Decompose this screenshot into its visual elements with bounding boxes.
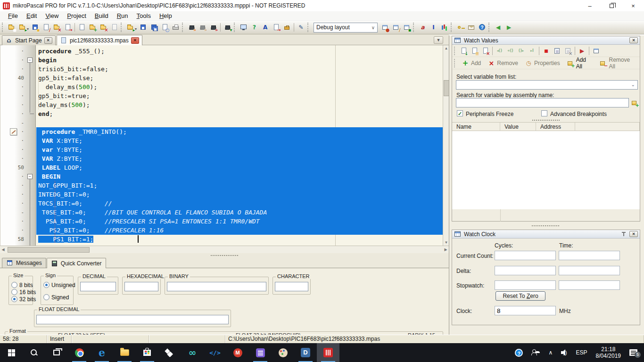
step-out-button[interactable]: ()▸ bbox=[516, 45, 527, 56]
font-button[interactable]: A bbox=[260, 22, 271, 33]
step-over-button[interactable]: «() bbox=[505, 45, 516, 56]
code-line[interactable]: VAR Z:BYTE; bbox=[36, 154, 443, 163]
build-button[interactable]: » bbox=[186, 22, 197, 33]
taskbar-mario[interactable]: M bbox=[226, 343, 249, 362]
build-program-button[interactable]: » bbox=[208, 22, 219, 33]
code-line[interactable]: gp5_bit:=false; bbox=[36, 74, 443, 82]
delta-cycles-input[interactable] bbox=[495, 266, 556, 275]
view-edit-button[interactable]: ∕ bbox=[390, 22, 401, 33]
column-header-value[interactable]: Value bbox=[500, 123, 536, 131]
insert-text-button[interactable]: I bbox=[428, 22, 439, 33]
scroll-left-arrow[interactable]: ◀ bbox=[0, 247, 6, 253]
code-line[interactable]: trisio5_bit:=false; bbox=[36, 65, 443, 74]
field-binary-input[interactable] bbox=[167, 282, 266, 291]
code-line[interactable]: INTEDG_BIT:=0; bbox=[36, 190, 443, 199]
peripherals-freeze-checkbox[interactable]: ✓ bbox=[457, 110, 463, 116]
wv-save-button[interactable]: ≡ bbox=[469, 45, 480, 56]
toolbar-grip[interactable] bbox=[454, 59, 456, 67]
watch-table-body[interactable] bbox=[452, 131, 640, 209]
code-line[interactable]: BEGIN bbox=[36, 172, 443, 181]
combobox-arrow-icon[interactable]: ⌄ bbox=[631, 82, 635, 87]
tab-pic12f683333333-mpas[interactable]: pic12f683333333.mpas✕ bbox=[57, 35, 142, 45]
code-line[interactable]: procedure _555_(); bbox=[36, 47, 443, 56]
notifications-icon[interactable]: 5 bbox=[629, 349, 637, 356]
taskbar-dropbox[interactable] bbox=[158, 343, 181, 362]
menu-tools[interactable]: Tools bbox=[132, 12, 155, 20]
tab-list-dropdown-button[interactable]: ▼ bbox=[434, 36, 443, 44]
watch-values-header[interactable]: Watch Values ✕ bbox=[452, 36, 640, 45]
remove-button[interactable]: ×Remove bbox=[484, 58, 521, 68]
menu-build[interactable]: Build bbox=[91, 12, 113, 20]
float-decimal-input[interactable] bbox=[36, 315, 229, 324]
stop-button[interactable]: ■ bbox=[541, 45, 552, 56]
help-button[interactable] bbox=[477, 22, 487, 33]
clock-date[interactable]: 21:18 8/04/2019 bbox=[596, 346, 621, 359]
taskbar-chrome[interactable] bbox=[68, 343, 91, 362]
export-code-button[interactable]: → bbox=[271, 22, 281, 33]
scroll-down-arrow[interactable]: ▼ bbox=[443, 239, 449, 246]
help-tray-icon[interactable]: ? bbox=[515, 349, 523, 357]
print-preview-button[interactable]: ○ bbox=[159, 22, 170, 33]
add-searched-variable-button[interactable]: + bbox=[631, 99, 638, 107]
code-line[interactable]: VAR X:BYTE; bbox=[36, 136, 443, 145]
watch-clock-close-button[interactable]: ✕ bbox=[629, 231, 638, 237]
step-into-button[interactable]: ◂() bbox=[494, 45, 505, 56]
tab-start-page[interactable]: ⌂Start Page✕ bbox=[2, 35, 56, 45]
restore-button[interactable] bbox=[601, 0, 622, 11]
tab-close-button[interactable]: ✕ bbox=[44, 37, 52, 44]
view-breakpoints-button[interactable]: ● bbox=[380, 22, 390, 33]
menu-project[interactable]: Project bbox=[63, 12, 90, 20]
code-line[interactable]: NOT_GPPU_BIT:=1; bbox=[36, 181, 443, 190]
export-project-button[interactable]: → bbox=[62, 22, 73, 33]
column-header-name[interactable]: Name bbox=[452, 123, 500, 131]
code-line[interactable]: delay_ms(500); bbox=[36, 100, 443, 109]
save-file-button[interactable] bbox=[138, 22, 149, 33]
assembly-name-search-input[interactable] bbox=[456, 98, 629, 107]
properties-button[interactable]: ◷Properties bbox=[521, 58, 563, 68]
delta-time-input[interactable] bbox=[559, 266, 620, 275]
current-count-cycles-input[interactable] bbox=[495, 251, 556, 260]
taskbar-task-view[interactable] bbox=[45, 343, 68, 362]
horizontal-scroll-thumb[interactable] bbox=[8, 247, 90, 253]
toolbar-grip[interactable] bbox=[2, 23, 4, 32]
step-button[interactable]: ? bbox=[249, 22, 260, 33]
stopwatch-cycles-input[interactable] bbox=[495, 280, 556, 290]
code-line[interactable]: procedure _TMR0_INTO(); bbox=[36, 127, 443, 136]
language-indicator[interactable]: ESP bbox=[576, 349, 587, 356]
memory-button[interactable] bbox=[591, 45, 602, 56]
watch-values-close-button[interactable]: ✕ bbox=[629, 37, 638, 43]
toolbar-grip[interactable] bbox=[454, 47, 456, 55]
taskbar-vscode[interactable]: </> bbox=[204, 343, 226, 362]
toolbar-grip[interactable] bbox=[234, 23, 236, 32]
add-button[interactable]: +Add bbox=[458, 58, 484, 68]
open-button[interactable]: ▸ bbox=[125, 22, 136, 33]
step-cursor-button[interactable]: ▸I bbox=[527, 45, 537, 56]
close-file-button[interactable]: × bbox=[98, 22, 109, 33]
code-area[interactable]: procedure _555_();begintrisio5_bit:=fals… bbox=[36, 45, 443, 246]
panels-splitter-grip[interactable] bbox=[532, 225, 559, 226]
menu-view[interactable]: View bbox=[41, 12, 63, 20]
taskbar-start[interactable] bbox=[0, 343, 23, 362]
scroll-up-arrow[interactable]: ▲ bbox=[443, 45, 449, 51]
contact-button[interactable] bbox=[466, 22, 477, 33]
print-button[interactable] bbox=[170, 22, 181, 33]
code-line[interactable]: T0CS_BIT:=0; // bbox=[36, 199, 443, 208]
view-watch-button[interactable]: ▪ bbox=[401, 22, 412, 33]
code-line[interactable]: PS1_BIT:=1; bbox=[36, 235, 443, 244]
menu-run[interactable]: Run bbox=[113, 12, 132, 20]
open-project-button[interactable]: ▸ bbox=[17, 22, 28, 33]
edit-project-button[interactable]: ∕ bbox=[41, 22, 51, 33]
bp-list-button[interactable] bbox=[552, 45, 562, 56]
taskbar-file-explorer[interactable] bbox=[113, 343, 136, 362]
minimize-button[interactable]: – bbox=[579, 0, 601, 11]
statistics-button[interactable] bbox=[439, 22, 450, 33]
sign-radio-unsigned[interactable] bbox=[43, 282, 50, 288]
toolbar-grip[interactable] bbox=[451, 23, 453, 32]
code-line[interactable]: begin bbox=[36, 56, 443, 65]
code-line[interactable]: T0SE_BIT:=0; //BIT QUE CONTROLA EL FLANC… bbox=[36, 208, 443, 217]
taskbar-arduino[interactable]: ∞ bbox=[181, 343, 204, 362]
menu-help[interactable]: Help bbox=[155, 12, 176, 20]
sign-radio-signed[interactable] bbox=[43, 294, 50, 300]
layout-combobox-arrow[interactable]: ∨ bbox=[372, 25, 375, 30]
license-keys-button[interactable] bbox=[455, 22, 466, 33]
